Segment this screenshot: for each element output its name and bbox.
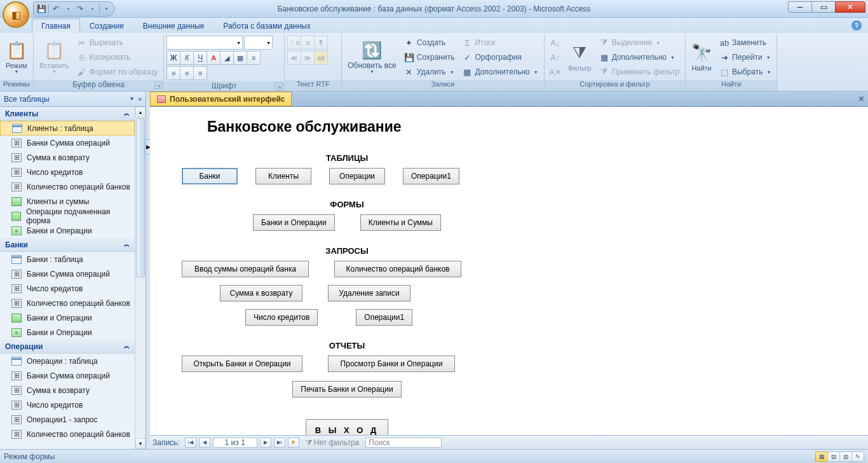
nav-item[interactable]: Операции1 - запрос: [0, 412, 135, 427]
gridlines-button[interactable]: ▦: [233, 51, 247, 65]
count-ops-query-button[interactable]: Количество операций банков: [334, 261, 461, 277]
nav-item[interactable]: Операции подчиненная форма: [0, 209, 135, 223]
nav-pane-header[interactable]: Все таблицы ▼ «: [0, 92, 146, 107]
prev-record-button[interactable]: ◀: [199, 438, 210, 448]
tab-external-data[interactable]: Внешние данные: [133, 18, 214, 33]
font-family-combo[interactable]: ▼: [166, 36, 243, 50]
increase-indent-button[interactable]: ≫: [301, 51, 315, 65]
sort-desc-button[interactable]: A↑: [547, 50, 564, 64]
clients-table-button[interactable]: Клиенты: [255, 168, 311, 184]
close-button[interactable]: ✕: [835, 1, 865, 13]
nav-item[interactable]: Клиенты : таблица: [0, 121, 135, 135]
font-size-combo[interactable]: ▼: [244, 36, 273, 50]
alt-row-button[interactable]: ≡: [247, 51, 261, 65]
clear-sort-button[interactable]: A✕: [547, 65, 564, 79]
tab-database-tools[interactable]: Работа с базами данных: [214, 18, 320, 33]
exit-button[interactable]: В Ы Х О Д: [306, 419, 388, 435]
copy-button[interactable]: ⎘Копировать: [74, 50, 161, 64]
operations1-table-button[interactable]: Операции1: [403, 168, 459, 184]
dialog-launcher-icon[interactable]: ↘: [154, 81, 162, 89]
save-record-button[interactable]: 💾Сохранить: [401, 50, 458, 64]
nav-item[interactable]: Сумма к возврату: [0, 383, 135, 397]
record-counter[interactable]: 1 из 1: [213, 438, 257, 448]
minimize-button[interactable]: ─: [788, 1, 812, 13]
sort-asc-button[interactable]: A↓: [547, 36, 564, 50]
form-view-button[interactable]: ▦: [815, 452, 828, 462]
cut-button[interactable]: ✂Вырезать: [74, 36, 161, 50]
nav-scrollbar[interactable]: ▲ ▼: [135, 107, 146, 449]
nav-item[interactable]: Число кредитов: [0, 281, 135, 296]
nav-item[interactable]: Число кредитов: [0, 165, 135, 179]
fill-color-button[interactable]: ◢: [220, 51, 234, 65]
select-button[interactable]: ⬚Выбрать▼: [716, 65, 774, 79]
scroll-thumb[interactable]: [136, 118, 145, 277]
num-credits-query-button[interactable]: Число кредитов: [245, 309, 318, 326]
nav-group-header[interactable]: Банки︽: [0, 238, 135, 252]
filter-button[interactable]: ⧩ Фильтр: [565, 36, 595, 79]
nav-item[interactable]: Банки и Операции: [0, 223, 135, 238]
clients-sums-form-button[interactable]: Клиенты и Суммы: [360, 214, 441, 231]
banks-operations-form-button[interactable]: Банки и Операции: [253, 214, 335, 231]
find-button[interactable]: 🔭 Найти: [688, 36, 715, 79]
undo-icon[interactable]: ↶: [51, 4, 61, 14]
collapse-pane-icon[interactable]: «: [138, 95, 142, 102]
delete-record-button[interactable]: ✕Удалить▼: [401, 65, 458, 79]
new-record-button[interactable]: ✦Создать: [401, 36, 458, 50]
totals-button[interactable]: ΣИтоги: [459, 36, 541, 50]
first-record-button[interactable]: I◀: [185, 438, 196, 448]
no-filter-indicator[interactable]: ⧩Нет фильтра: [306, 438, 360, 447]
new-record-nav-button[interactable]: ✱: [288, 438, 299, 448]
tab-create[interactable]: Создание: [80, 18, 133, 33]
numbering-button[interactable]: ≡: [301, 36, 315, 50]
scroll-up-icon[interactable]: ▲: [135, 107, 146, 118]
bullets-button[interactable]: ⋮≡: [287, 36, 301, 50]
nav-item[interactable]: Банки и Операции: [0, 325, 135, 340]
tab-home[interactable]: Главная: [32, 18, 80, 33]
underline-button[interactable]: Ч: [193, 51, 207, 65]
scroll-down-icon[interactable]: ▼: [135, 438, 146, 449]
redo-dropdown-icon[interactable]: ▾: [87, 4, 97, 14]
nav-item[interactable]: Количество операций банков: [0, 179, 135, 194]
design-view-button[interactable]: ✎: [851, 452, 864, 462]
more-button[interactable]: ▦Дополнительно▼: [459, 65, 541, 79]
decrease-indent-button[interactable]: ≪: [287, 51, 301, 65]
nav-group-header[interactable]: Клиенты︽: [0, 107, 135, 121]
datasheet-view-button[interactable]: ▤: [827, 452, 840, 462]
record-search-input[interactable]: Поиск: [365, 438, 442, 448]
print-report-button[interactable]: Печать Банки и Операции: [292, 381, 401, 397]
paste-button[interactable]: 📋 Вставить ▼: [36, 36, 72, 79]
nav-item[interactable]: Банки Сумма операций: [0, 135, 135, 150]
nav-item[interactable]: Количество операций банков: [0, 296, 135, 310]
replace-button[interactable]: abЗаменить: [716, 36, 774, 50]
refresh-all-button[interactable]: 🔃 Обновить все ▼: [344, 36, 400, 79]
font-color-button[interactable]: A: [207, 51, 220, 65]
return-sum-query-button[interactable]: Сумма к возврату: [220, 285, 302, 301]
nav-item[interactable]: Банки Сумма операций: [0, 368, 135, 383]
help-icon[interactable]: ?: [851, 20, 862, 31]
open-report-button[interactable]: Открыть Банки и Операции: [182, 356, 302, 372]
selection-filter-button[interactable]: ⧩Выделение▼: [596, 36, 682, 50]
align-right-button[interactable]: ≡: [193, 66, 207, 80]
view-report-button[interactable]: Просмотр Банки и Операции: [328, 356, 455, 372]
next-record-button[interactable]: ▶: [260, 438, 271, 448]
document-tab[interactable]: Пользовательский интерфейс: [150, 92, 292, 106]
goto-button[interactable]: ➜Перейти▼: [716, 50, 774, 64]
highlight-button[interactable]: ab: [314, 51, 328, 65]
close-document-button[interactable]: ✕: [854, 92, 868, 106]
format-painter-button[interactable]: 🖌Формат по образцу: [74, 65, 161, 79]
nav-item[interactable]: Сумма к возврату: [0, 150, 135, 165]
nav-item[interactable]: Банки Сумма операций: [0, 266, 135, 281]
align-left-button[interactable]: ≡: [166, 66, 180, 80]
last-record-button[interactable]: ▶I: [274, 438, 285, 448]
spelling-button[interactable]: ✓Орфография: [459, 50, 541, 64]
maximize-button[interactable]: ▭: [811, 1, 836, 13]
view-button[interactable]: 📋 Режим ▼: [3, 36, 31, 79]
nav-item[interactable]: Количество операций банков: [0, 427, 135, 441]
banks-table-button[interactable]: Банки: [182, 168, 238, 184]
save-icon[interactable]: 💾: [36, 4, 46, 14]
nav-item[interactable]: Операции : таблица: [0, 354, 135, 368]
qat-customize-icon[interactable]: ▾: [102, 4, 112, 14]
redo-icon[interactable]: ↷: [75, 4, 85, 14]
italic-button[interactable]: К: [180, 51, 194, 65]
nav-item[interactable]: Банки : таблица: [0, 252, 135, 266]
